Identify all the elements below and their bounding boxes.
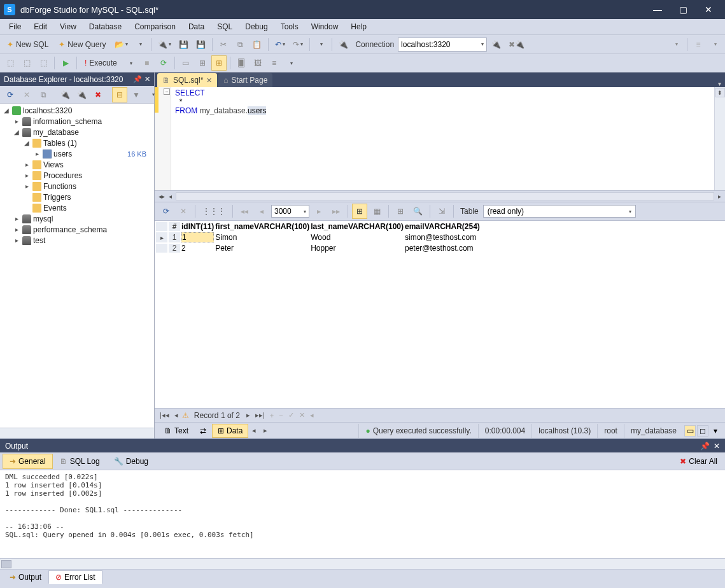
redo-button[interactable]: ↷▾ <box>290 37 306 52</box>
execute-opts-button[interactable]: ▾ <box>123 55 138 71</box>
close-output-icon[interactable]: ✕ <box>714 442 720 451</box>
editor-scroll-v[interactable]: ⬍ <box>714 87 725 190</box>
nav-next-icon[interactable]: ▸ <box>245 411 251 419</box>
undo-button[interactable]: ↶▾ <box>272 37 288 52</box>
nav-last-icon[interactable]: ▸▸| <box>254 411 266 419</box>
delete-explorer-button[interactable]: ✕ <box>19 87 34 102</box>
maximize-button[interactable]: ▢ <box>670 0 696 19</box>
tab-error-list[interactable]: ⊘Error List <box>48 570 102 584</box>
cell[interactable]: simon@testhost.com <box>405 232 480 242</box>
output-body[interactable]: DML succeeded [0.022s] 1 row inserted [0… <box>0 470 725 558</box>
tree-folder[interactable]: ▸Procedures <box>0 170 154 181</box>
editor-scroll-right-icon[interactable]: ▸ <box>718 193 721 200</box>
tab-start-page[interactable]: ⌂Start Page <box>218 73 272 87</box>
save-all-button[interactable]: 💾 <box>193 37 209 52</box>
filter-button[interactable]: ▼ <box>129 87 144 102</box>
menu-database[interactable]: Database <box>83 21 128 32</box>
pivot-button[interactable]: ⊞ <box>393 204 408 219</box>
table-row[interactable]: 2 2 Peter Hopper peter@testhost.com <box>156 244 480 253</box>
grid-refresh-button[interactable]: ⟳ <box>158 204 174 219</box>
new-sql-button[interactable]: ✦New SQL <box>3 37 53 52</box>
nav-revert-icon[interactable]: ✕ <box>298 411 306 419</box>
clear-all-button[interactable]: ✖Clear All <box>675 454 722 469</box>
cell[interactable]: Wood <box>311 232 404 242</box>
debug-step2-button[interactable]: ⬚ <box>19 55 34 71</box>
close-button[interactable]: ✕ <box>696 0 721 19</box>
output-scroll-h[interactable] <box>0 558 725 569</box>
grid-prev-button[interactable]: ◂ <box>254 204 269 219</box>
view-button[interactable]: ▭ <box>178 55 194 71</box>
tree-db[interactable]: ▸mysql <box>0 213 154 224</box>
menu-edit[interactable]: Edit <box>27 21 53 32</box>
refresh-explorer-button[interactable]: ⟳ <box>3 87 18 102</box>
menu-debug[interactable]: Debug <box>239 21 274 32</box>
conn-green-button[interactable]: 🔌 <box>57 87 73 102</box>
nav-commit-icon[interactable]: ✓ <box>287 411 295 419</box>
export-button[interactable]: ⇲ <box>434 204 449 219</box>
explorer-tree[interactable]: ◢localhost:3320 ▸information_schema ◢my_… <box>0 104 154 428</box>
grid-last-button[interactable]: ▸▸ <box>328 204 344 219</box>
cell-id[interactable]: 2 <box>181 244 214 253</box>
paste-button[interactable]: 📋 <box>249 37 265 52</box>
tree-db[interactable]: ▸test <box>0 235 154 246</box>
cell[interactable]: Hopper <box>311 244 404 253</box>
connection-combo[interactable]: localhost:3320▾ <box>398 38 487 52</box>
menu-data[interactable]: Data <box>182 21 211 32</box>
tab-sql-log[interactable]: 🗎SQL Log <box>53 454 107 469</box>
tree-table-users[interactable]: ▸users16 KB <box>0 148 154 159</box>
search-grid-button[interactable]: 🔍 <box>410 204 426 219</box>
minimize-button[interactable]: — <box>645 0 670 19</box>
col-header-id[interactable]: idINT(11) <box>181 222 214 231</box>
run-button[interactable]: ▶ <box>58 55 73 71</box>
sql-text-button[interactable]: 🗎Text <box>158 424 194 438</box>
view-grid-button[interactable]: ⊞ <box>211 55 227 71</box>
tool-overflow-button[interactable]: ▾ <box>283 55 299 71</box>
layout2-icon[interactable]: ◻ <box>697 425 708 437</box>
nav-end-icon[interactable]: ◂ <box>309 411 315 419</box>
overflow-button[interactable]: ▾ <box>313 37 328 52</box>
nav-first-icon[interactable]: |◂◂ <box>158 411 171 419</box>
editor-nav-left-icon[interactable]: ◂▸ <box>158 193 165 200</box>
tabs-menu-icon[interactable]: ▾ <box>714 80 725 87</box>
toolbar-overflow1[interactable]: ▾ <box>668 37 684 52</box>
explorer-scroll-h[interactable] <box>0 428 154 438</box>
pin-icon[interactable]: 📌 <box>700 442 710 451</box>
view-grid-button[interactable]: ⊞ <box>352 204 367 219</box>
table-row[interactable]: ▸ 1 1 Simon Wood simon@testhost.com <box>156 232 480 242</box>
tab-debug[interactable]: 🔧Debug <box>107 454 155 469</box>
mode-scroll-right-icon[interactable]: ▸ <box>260 426 271 435</box>
view-split-button[interactable]: ⊞ <box>195 55 210 71</box>
tree-db[interactable]: ▸information_schema <box>0 116 154 127</box>
tree-folder[interactable]: ▸Views <box>0 159 154 170</box>
connection-icon[interactable]: 🔌 <box>335 37 351 52</box>
debug-step1-button[interactable]: ⬚ <box>3 55 18 71</box>
col-header-email[interactable]: emailVARCHAR(254) <box>405 222 480 231</box>
menu-window[interactable]: Window <box>305 21 345 32</box>
cell-id[interactable]: 1 <box>181 232 214 242</box>
fold-icon[interactable]: − <box>164 88 170 95</box>
tree-root[interactable]: ◢localhost:3320 <box>0 105 154 116</box>
tool-b-button[interactable]: 🖼 <box>250 55 265 71</box>
layout1-icon[interactable]: ▭ <box>684 425 696 437</box>
menu-sql[interactable]: SQL <box>211 21 239 32</box>
split-h-icon[interactable]: ⬍ <box>715 88 725 97</box>
swap-mode-button[interactable]: ⇄ <box>194 424 212 438</box>
tree-folder[interactable]: Events <box>0 202 154 213</box>
conn-red-button[interactable]: ✖ <box>90 87 106 102</box>
open-dropdown-button[interactable]: ▾ <box>132 37 148 52</box>
sql-text[interactable]: SELECT * FROM my_database.users <box>171 87 714 190</box>
new-query-button[interactable]: ✦New Query <box>54 37 110 52</box>
execute-button[interactable]: !Execute <box>80 55 122 71</box>
grid-next-button[interactable]: ▸ <box>311 204 327 219</box>
mode-scroll-left-icon[interactable]: ◂ <box>248 426 260 435</box>
pin-icon[interactable]: 📌 <box>133 75 142 83</box>
cut-button[interactable]: ✂ <box>216 37 231 52</box>
data-grid[interactable]: # idINT(11) first_nameVARCHAR(100) last_… <box>155 221 725 408</box>
tree-db[interactable]: ▸performance_schema <box>0 224 154 235</box>
tool-c-button[interactable]: ≡ <box>267 55 282 71</box>
save-button[interactable]: 💾 <box>176 37 192 52</box>
cell[interactable]: Simon <box>215 232 309 242</box>
connection-action1-button[interactable]: 🔌 <box>488 37 504 52</box>
menu-help[interactable]: Help <box>344 21 373 32</box>
nav-prev-icon[interactable]: ◂ <box>173 411 179 419</box>
